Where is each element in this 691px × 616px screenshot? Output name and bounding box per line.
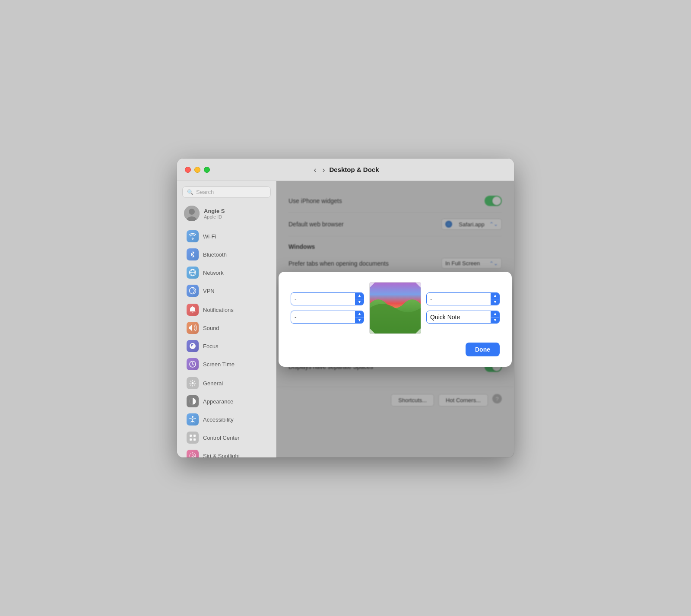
titlebar-nav: ‹ › Desktop & Dock: [312, 165, 379, 175]
avatar: [184, 206, 200, 221]
stepper-top-left[interactable]: - ▲ ▼: [291, 292, 364, 305]
sound-icon: [187, 322, 199, 334]
controlcenter-icon: [187, 432, 199, 444]
window-title: Desktop & Dock: [329, 166, 379, 173]
sidebar-label-notifications: Notifications: [203, 307, 234, 313]
user-info: Angie S Apple ID: [204, 208, 225, 219]
stepper-top-right-down[interactable]: ▼: [491, 299, 499, 305]
svg-rect-12: [193, 435, 196, 437]
stepper-top-left-value: -: [291, 295, 355, 302]
network-icon: [187, 267, 199, 279]
stepper-top-left-arrows: ▲ ▼: [355, 293, 364, 305]
sidebar-item-bluetooth[interactable]: Bluetooth: [180, 245, 273, 264]
appearance-icon: [187, 395, 199, 407]
stepper-top-right-up[interactable]: ▲: [491, 293, 499, 299]
bluetooth-icon: [187, 248, 199, 260]
sidebar-label-wifi: Wi-Fi: [203, 233, 216, 240]
modal-overlay: - ▲ ▼ - ▲ ▼: [276, 181, 514, 457]
sidebar-label-focus: Focus: [203, 343, 218, 349]
siri-icon: [187, 450, 199, 457]
stepper-bottom-left-arrows: ▲ ▼: [355, 311, 364, 323]
stepper-bottom-right-up[interactable]: ▲: [491, 311, 499, 318]
stepper-top-right-arrows: ▲ ▼: [491, 293, 499, 305]
sidebar-label-screentime: Screen Time: [203, 361, 235, 368]
sidebar-section-system: General Appearance Accessibility: [177, 374, 276, 457]
stepper-bottom-right-value: Quick Note: [427, 314, 491, 321]
stepper-top-right[interactable]: - ▲ ▼: [426, 292, 500, 305]
stepper-bottom-right-down[interactable]: ▼: [491, 318, 499, 324]
sidebar-label-bluetooth: Bluetooth: [203, 251, 227, 258]
search-icon: 🔍: [187, 189, 193, 195]
modal-dialog: - ▲ ▼ - ▲ ▼: [279, 272, 512, 367]
sidebar-item-notifications[interactable]: Notifications: [180, 301, 273, 319]
modal-right-col: - ▲ ▼ Quick Note ▲: [426, 292, 500, 324]
sidebar-section-network: Wi-Fi Bluetooth Network: [177, 227, 276, 300]
sidebar-label-siri: Siri & Spotlight: [203, 453, 240, 458]
sidebar-item-controlcenter[interactable]: Control Center: [180, 429, 273, 447]
sidebar-section-personal: Notifications Sound Focus: [177, 301, 276, 373]
stepper-bottom-left-value: -: [291, 314, 355, 321]
notifications-icon: [187, 304, 199, 316]
close-button[interactable]: [185, 167, 191, 173]
sidebar-label-accessibility: Accessibility: [203, 416, 234, 423]
general-icon: [187, 377, 199, 389]
sidebar-item-sound[interactable]: Sound: [180, 319, 273, 337]
sidebar-item-general[interactable]: General: [180, 374, 273, 392]
sidebar-item-focus[interactable]: Focus: [180, 337, 273, 355]
sidebar-item-network[interactable]: Network: [180, 264, 273, 282]
sidebar-label-appearance: Appearance: [203, 398, 233, 405]
forward-button[interactable]: ›: [320, 165, 326, 175]
svg-point-8: [192, 382, 194, 384]
user-item[interactable]: Angie S Apple ID: [177, 203, 276, 224]
minimize-button[interactable]: [194, 167, 200, 173]
screentime-icon: [187, 358, 199, 370]
wifi-icon: [187, 230, 199, 242]
modal-wallpaper-preview: [369, 282, 421, 334]
stepper-bottom-left-up[interactable]: ▲: [355, 311, 364, 318]
sidebar-label-controlcenter: Control Center: [203, 435, 240, 441]
modal-footer: Done: [291, 343, 500, 356]
maximize-button[interactable]: [204, 167, 210, 173]
vpn-icon: [187, 285, 199, 297]
sidebar-label-sound: Sound: [203, 325, 219, 331]
stepper-bottom-right-arrows: ▲ ▼: [491, 311, 499, 323]
sidebar-item-vpn[interactable]: VPN: [180, 282, 273, 300]
sidebar: 🔍 Angie S Apple ID: [177, 181, 276, 457]
sidebar-label-vpn: VPN: [203, 288, 215, 294]
stepper-bottom-left-down[interactable]: ▼: [355, 318, 364, 324]
user-subtitle: Apple ID: [204, 214, 225, 219]
sidebar-label-network: Network: [203, 270, 224, 276]
main-window: ‹ › Desktop & Dock 🔍: [177, 159, 514, 457]
right-panel: Use iPhone widgets Default web browser S…: [276, 181, 514, 457]
stepper-bottom-right[interactable]: Quick Note ▲ ▼: [426, 311, 500, 324]
sidebar-item-wifi[interactable]: Wi-Fi: [180, 227, 273, 245]
search-input[interactable]: [196, 189, 266, 195]
svg-point-10: [192, 416, 193, 418]
sidebar-label-general: General: [203, 380, 223, 387]
main-content: 🔍 Angie S Apple ID: [177, 181, 514, 457]
back-button[interactable]: ‹: [312, 165, 318, 175]
stepper-bottom-left[interactable]: - ▲ ▼: [291, 311, 364, 324]
done-button[interactable]: Done: [466, 343, 500, 356]
search-bar: 🔍: [182, 186, 271, 198]
svg-rect-13: [190, 438, 192, 441]
stepper-top-left-up[interactable]: ▲: [355, 293, 364, 299]
stepper-top-left-down[interactable]: ▼: [355, 299, 364, 305]
user-name: Angie S: [204, 208, 225, 214]
svg-rect-14: [193, 438, 196, 441]
sidebar-item-screentime[interactable]: Screen Time: [180, 355, 273, 373]
titlebar: ‹ › Desktop & Dock: [177, 159, 514, 181]
svg-point-1: [189, 209, 195, 215]
focus-icon: [187, 340, 199, 352]
modal-grid: - ▲ ▼ - ▲ ▼: [291, 282, 500, 334]
sidebar-item-accessibility[interactable]: Accessibility: [180, 410, 273, 429]
sidebar-item-siri[interactable]: Siri & Spotlight: [180, 447, 273, 457]
sidebar-item-appearance[interactable]: Appearance: [180, 392, 273, 410]
accessibility-icon: [187, 413, 199, 425]
modal-left-col: - ▲ ▼ - ▲ ▼: [291, 292, 364, 324]
stepper-top-right-value: -: [427, 295, 491, 302]
traffic-lights: [185, 167, 210, 173]
svg-rect-11: [190, 435, 192, 437]
